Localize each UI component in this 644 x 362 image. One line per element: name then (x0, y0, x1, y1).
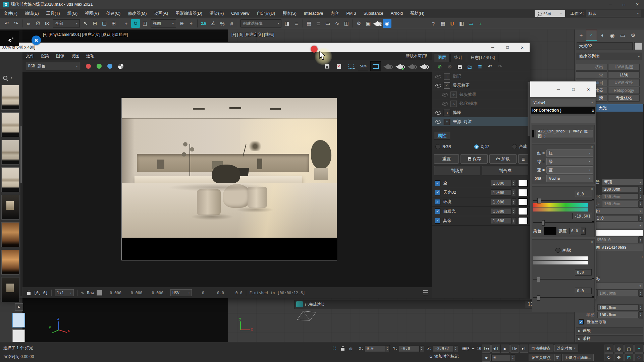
key-mode-button[interactable]: ◀▶ (482, 354, 491, 362)
hsv-dropdown[interactable]: HSV ▾ (170, 289, 192, 296)
brightness-field[interactable]: 0.0 (575, 269, 592, 276)
load-button[interactable]: 🗁加载 (489, 154, 517, 164)
radius-field[interactable]: 200.0mm (602, 186, 639, 193)
track-mouse-render-icon[interactable] (383, 62, 393, 71)
to-composite-button[interactable]: 到合成 (482, 166, 528, 175)
region-select-icon[interactable] (346, 62, 356, 71)
clear-image-icon[interactable] (334, 62, 344, 71)
lightmix-value[interactable]: 1.000 (491, 218, 512, 224)
checkbox-icon[interactable]: ✓ (579, 319, 584, 324)
rollout-options[interactable]: ▶选项 (576, 327, 643, 334)
pan-icon[interactable]: ✥ (614, 353, 624, 361)
help-app-icon[interactable]: ? (429, 19, 438, 28)
qr-app-icon[interactable]: ▦ (438, 19, 447, 28)
isolate-selection-icon[interactable]: ⛶ (330, 345, 339, 352)
pause-render-icon[interactable] (407, 62, 417, 71)
layout-flyout-button[interactable]: ▶ (15, 303, 23, 311)
schematic-view-icon[interactable]: ◫ (342, 19, 351, 28)
u-app-icon[interactable]: U (448, 19, 457, 28)
history-thumbnail[interactable] (1, 277, 19, 302)
spinner[interactable] (385, 345, 390, 352)
capture-app-icon[interactable]: ◧ (457, 19, 466, 28)
brightness-slider[interactable] (532, 277, 594, 282)
vfb-menu-options[interactable]: 选项 (83, 53, 98, 59)
render-production-icon[interactable] (373, 19, 382, 28)
spinner[interactable] (639, 200, 643, 207)
tree-scrollbar[interactable] (528, 82, 530, 136)
history-thumbnail[interactable] (1, 195, 19, 220)
render-setup-icon[interactable]: ⚙ (355, 19, 363, 28)
vfb-minimize-button[interactable]: ─ (485, 43, 500, 52)
layer-row-denoise[interactable]: ◑ 降噪 (432, 108, 530, 117)
modifier-button[interactable]: UVW 变换 (608, 79, 640, 86)
select-place-icon[interactable]: ⌖ (187, 19, 196, 28)
selection-filter-dropdown[interactable]: 全部 ▾ (53, 19, 80, 27)
modifier-button[interactable]: 壳 (576, 71, 607, 78)
x-coord-field[interactable]: 0.0 (365, 346, 385, 352)
layer-row-lens-effects[interactable]: ✛ 镜头效果 (432, 90, 530, 99)
visibility-eye-icon[interactable] (442, 102, 448, 106)
chevron-down-icon[interactable]: ▾ (11, 76, 12, 79)
lightmix-row[interactable]: ✓ 其余 1.000 (432, 216, 530, 226)
radio-lightmix[interactable]: 灯混 (474, 144, 489, 149)
menu-graph-editors[interactable]: 图形编辑器(D) (172, 9, 206, 18)
unlink-icon[interactable]: ∅ (34, 19, 42, 28)
viewport-nav-grid-icon[interactable]: ⊞ (604, 345, 613, 353)
menu-pm3[interactable]: PM 3 (343, 9, 360, 18)
interactive-render-icon[interactable]: ▶ (395, 62, 405, 71)
lightmix-value[interactable]: 1.000 (491, 199, 512, 205)
visibility-eye-icon[interactable] (442, 93, 448, 97)
layer-row-source-lightmix[interactable]: ⌾ 来源: 灯混 (432, 117, 530, 126)
history-thumbnail[interactable] (1, 140, 19, 165)
contrast-slider[interactable] (532, 295, 594, 300)
spinner[interactable] (581, 228, 586, 235)
select-link-icon[interactable]: ∞ (24, 19, 33, 28)
ref-coord-dropdown[interactable]: 视图 ▾ (151, 19, 176, 27)
camera-viewport-label[interactable]: [+] [PhysCamera001] [用户定义] [默认明暗处理] (43, 32, 128, 38)
visibility-eye-icon[interactable] (435, 111, 441, 115)
modifier-button[interactable]: UVW 贴图 (608, 64, 640, 71)
tab-log[interactable]: 日志[TZ汉化] (467, 54, 498, 62)
login-button[interactable]: 登录 ▾ (535, 10, 565, 17)
spinner[interactable] (512, 189, 516, 196)
layer-row-stamp[interactable]: i 戳记 (432, 72, 530, 81)
me-maximize-button[interactable]: □ (566, 87, 581, 92)
go-start-button[interactable]: |◀◀ (482, 345, 491, 353)
selected-objects-dropdown[interactable]: 选定对象▾ (554, 345, 579, 352)
saturation-value-field[interactable]: -19.601 (572, 213, 592, 219)
lightmix-row[interactable]: ✓ 天光02 1.000 (432, 188, 530, 197)
checkbox-icon[interactable]: ✓ (435, 199, 440, 205)
menu-help[interactable]: 帮助(H) (407, 9, 428, 18)
checkbox-icon[interactable]: ✓ (435, 208, 440, 214)
history-scrollbar[interactable] (20, 126, 22, 296)
type-dropdown[interactable]: 穹顶▾ (602, 179, 643, 186)
save-layers-icon[interactable] (455, 63, 465, 71)
tab-modify[interactable]: ◜ (586, 30, 597, 40)
menu-content[interactable]: 内容 (327, 9, 343, 18)
advanced-radio[interactable] (555, 248, 560, 253)
extra-app-icon[interactable]: + (476, 19, 485, 28)
size1-field[interactable]: 150.0mm (602, 193, 639, 200)
key-icon[interactable]: ⚿ (554, 354, 561, 361)
snap-toggle-icon[interactable]: 2.5 (199, 19, 208, 28)
history-thumbnail[interactable] (1, 222, 19, 247)
add-time-tag[interactable]: 添加时间标记 (434, 354, 459, 359)
history-thumbnail[interactable] (1, 250, 19, 275)
menu-tools[interactable]: 工具(T) (43, 9, 64, 18)
curve-editor-icon[interactable]: ∿ (333, 19, 341, 28)
radio-rgb[interactable]: RGB (435, 144, 451, 149)
layer-row-sharpen-blur[interactable]: ◮ 锐化/模糊 (432, 99, 530, 108)
history-thumbnail[interactable] (1, 85, 19, 110)
lightmix-value[interactable]: 1.000 (491, 180, 512, 186)
prev-key-button[interactable]: ◀|| (491, 345, 500, 353)
select-object-icon[interactable]: ↖ (81, 19, 90, 28)
workspace-dropdown[interactable]: 默认 ▾ (586, 10, 641, 17)
modifier-button[interactable]: 法线 (608, 71, 640, 78)
go-end-button[interactable]: ▶| (520, 345, 528, 353)
visibility-eye-icon[interactable] (435, 75, 441, 78)
visibility-eye-icon[interactable] (435, 84, 441, 87)
maximize-button[interactable]: □ (617, 0, 631, 9)
me-titlebar[interactable]: ─ □ × (530, 81, 596, 97)
reset-button[interactable]: 重置 (434, 154, 459, 164)
menu-views[interactable]: 视图(V) (81, 9, 103, 18)
